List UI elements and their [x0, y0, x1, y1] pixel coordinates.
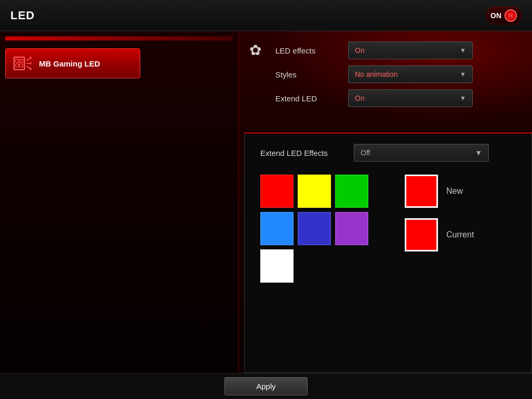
- current-color-label: Current: [446, 230, 474, 240]
- color-swatch-red[interactable]: [260, 175, 294, 208]
- color-preview-area: New Current: [405, 175, 474, 251]
- color-palette-area: New Current: [260, 175, 516, 283]
- led-effects-value: On: [355, 46, 365, 55]
- header: LED ON: [0, 0, 532, 31]
- right-panel: ✿ LED effects On ▼ Styles No animation ▼: [239, 31, 532, 373]
- current-color-box: [405, 218, 438, 251]
- svg-point-8: [30, 62, 32, 64]
- apply-button[interactable]: Apply: [224, 377, 308, 395]
- color-swatch-empty-1: [298, 249, 331, 283]
- styles-row: Styles No animation ▼: [275, 65, 516, 83]
- svg-rect-2: [20, 59, 23, 62]
- styles-label: Styles: [275, 70, 338, 79]
- main-container: MB Gaming LED ✿ LED effects On ▼ Styles: [0, 31, 532, 373]
- master-toggle[interactable]: ON: [486, 7, 522, 24]
- toggle-knob: [504, 9, 517, 22]
- controls-area: LED effects On ▼ Styles No animation ▼ E…: [239, 31, 532, 124]
- led-effects-label: LED effects: [275, 46, 338, 55]
- svg-rect-1: [16, 59, 19, 62]
- svg-rect-4: [20, 64, 23, 67]
- color-swatch-green[interactable]: [335, 175, 368, 208]
- color-swatch-empty-2: [335, 249, 368, 283]
- page-title: LED: [10, 9, 35, 22]
- extend-effects-label: Extend LED Effects: [260, 149, 343, 157]
- led-effects-row: LED effects On ▼: [275, 42, 516, 59]
- extend-led-value: On: [355, 94, 365, 102]
- sidebar-item-mb-gaming-led[interactable]: MB Gaming LED: [5, 48, 140, 78]
- footer: Apply: [0, 373, 532, 399]
- color-grid: [260, 175, 368, 283]
- svg-line-9: [26, 66, 31, 69]
- color-swatch-purple[interactable]: [335, 212, 368, 245]
- led-effects-chevron: ▼: [460, 47, 466, 54]
- styles-value: No animation: [355, 70, 398, 78]
- color-swatch-yellow[interactable]: [298, 175, 331, 208]
- new-color-box: [405, 175, 438, 208]
- led-effects-select[interactable]: On ▼: [348, 42, 473, 59]
- sidebar-item-label: MB Gaming LED: [39, 59, 100, 68]
- mb-led-icon: [12, 53, 33, 74]
- color-swatch-navy[interactable]: [298, 212, 331, 245]
- color-swatch-white[interactable]: [260, 249, 294, 283]
- extend-led-row: Extend LED On ▼: [275, 89, 516, 107]
- new-color-row: New: [405, 175, 474, 208]
- extend-effects-row: Extend LED Effects Off ▼: [260, 144, 516, 162]
- toggle-label: ON: [490, 11, 501, 20]
- svg-rect-3: [16, 64, 19, 67]
- sidebar: MB Gaming LED: [0, 31, 239, 373]
- extend-effects-select[interactable]: Off ▼: [354, 144, 489, 162]
- color-swatch-blue[interactable]: [260, 212, 294, 245]
- extend-led-select[interactable]: On ▼: [348, 89, 473, 107]
- current-color-row: Current: [405, 218, 474, 251]
- styles-chevron: ▼: [460, 71, 466, 78]
- extend-led-panel: Extend LED Effects Off ▼: [244, 132, 532, 373]
- extend-led-chevron: ▼: [460, 95, 466, 102]
- extend-effects-value: Off: [361, 149, 370, 157]
- new-color-label: New: [446, 187, 463, 196]
- sidebar-top-bar: [5, 36, 233, 41]
- svg-point-10: [30, 68, 32, 70]
- svg-point-6: [30, 57, 32, 59]
- extend-led-label: Extend LED: [275, 94, 338, 103]
- styles-select[interactable]: No animation ▼: [348, 65, 473, 83]
- extend-effects-chevron: ▼: [475, 149, 482, 157]
